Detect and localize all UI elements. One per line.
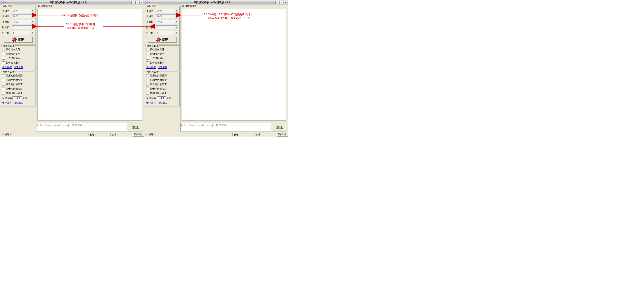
titlebar[interactable]: W ▾ 串口调试助手 （CM精装版 V3.8） — □ ✕ — [0, 0, 144, 5]
group-recv-panel: 串口数据接收 — [36, 6, 143, 122]
check-hex-send[interactable] — [2, 87, 5, 90]
reset-counter-button[interactable]: 复位计数 — [132, 132, 144, 137]
label-parity: 校验位 — [2, 20, 11, 23]
label-baud: 波特率 — [2, 15, 11, 18]
interval-label: 发送间隔 — [2, 96, 12, 100]
titlebar-menu-arrow[interactable]: ▾ — [149, 1, 151, 4]
check-file-source[interactable] — [2, 74, 5, 77]
combo-port[interactable]: COM8▼ — [156, 9, 178, 13]
chevron-down-icon: ▼ — [175, 9, 178, 13]
app-icon: W — [145, 1, 148, 4]
group-recv-settings: 接收区设置 接收转向文件... 自动换行显示 十六进制显示 暂停接收显示 保存数… — [1, 45, 36, 71]
label-baud: 波特率 — [146, 15, 155, 18]
send-button[interactable]: 发送 — [272, 123, 287, 131]
chevron-down-icon: ▼ — [31, 9, 34, 13]
group-legend: 接收区设置 — [2, 44, 15, 47]
minimize-button[interactable]: — — [132, 1, 135, 4]
link-file-load[interactable]: 文件载入 — [146, 101, 156, 105]
group-legend: 串口设置 — [2, 4, 13, 8]
check-auto-append[interactable] — [2, 79, 5, 81]
group-send-settings: 发送区设置 启用文件数据源... 自动发送附加位 发送完自动清空 按十六进制发送… — [145, 71, 180, 106]
group-legend: 串口设置 — [146, 4, 157, 8]
check-pause-recv[interactable] — [2, 61, 5, 64]
recv-textarea[interactable] — [38, 9, 142, 121]
recv-textarea[interactable] — [182, 9, 286, 121]
check-auto-clear[interactable] — [2, 83, 5, 86]
combo-stopbits[interactable]: 1▼ — [12, 31, 34, 35]
check-loop-send[interactable] — [146, 92, 149, 94]
link-clear-input[interactable]: 清除输入 — [14, 101, 23, 105]
label-parity: 校验位 — [146, 20, 155, 23]
label-databits: 数据位 — [2, 26, 11, 29]
status-ready: 就绪！ — [4, 133, 12, 136]
check-pause-recv[interactable] — [146, 61, 149, 64]
connection-indicator-icon — [13, 38, 16, 41]
group-send-settings: 发送区设置 启用文件数据源... 自动发送附加位 发送完自动清空 按十六进制发送… — [1, 71, 36, 106]
group-legend: 串口数据接收 — [38, 4, 53, 8]
group-legend: 接收区设置 — [146, 44, 159, 47]
status-recv: 接收：0 — [254, 133, 276, 136]
disconnect-button[interactable]: 断开 — [148, 37, 177, 43]
interval-unit: 毫秒 — [166, 96, 171, 100]
interval-input[interactable] — [12, 96, 22, 100]
send-button[interactable]: 发送 — [128, 123, 143, 131]
link-clear-input[interactable]: 清除输入 — [158, 101, 167, 105]
minimize-button[interactable]: — — [276, 1, 279, 4]
reset-counter-button[interactable]: 复位计数 — [276, 132, 288, 137]
group-legend: 发送区设置 — [146, 70, 159, 73]
check-hex-send[interactable] — [146, 87, 149, 90]
label-stopbits: 停止位 — [146, 31, 155, 34]
check-hex-display[interactable] — [146, 57, 149, 60]
disconnect-button[interactable]: 断开 — [4, 37, 33, 43]
check-auto-wrap[interactable] — [146, 53, 149, 55]
group-serial-settings: 串口设置 串口号 COM8▼ 波特率 9600▼ 校验位 NONE▼ 数据位 8… — [145, 6, 180, 45]
check-recv-to-file[interactable] — [146, 48, 149, 51]
chevron-down-icon: ▼ — [175, 14, 178, 18]
check-recv-to-file[interactable] — [2, 48, 5, 51]
label-port: 串口号 — [146, 9, 155, 12]
combo-baud[interactable]: 9600▼ — [156, 14, 178, 18]
combo-databits[interactable]: 8▼ — [12, 25, 34, 29]
check-auto-clear[interactable] — [146, 83, 149, 86]
statusbar: ☜就绪！ 发送：0 接收：0 复位计数 — [144, 132, 288, 137]
chevron-down-icon: ▼ — [31, 25, 34, 29]
group-recv-settings: 接收区设置 接收转向文件... 自动换行显示 十六进制显示 暂停接收显示 保存数… — [145, 45, 180, 71]
combo-stopbits[interactable]: 1▼ — [156, 31, 178, 35]
status-ready: 就绪！ — [149, 133, 156, 136]
link-save-data[interactable]: 保存数据 — [146, 66, 156, 69]
interval-label: 发送间隔 — [146, 96, 156, 100]
hand-icon: ☜ — [2, 133, 4, 136]
group-legend: 串口数据接收 — [182, 4, 197, 8]
link-save-data[interactable]: 保存数据 — [2, 66, 12, 69]
send-input[interactable]: http://www.cmsoft.cn QQ:10865600 — [180, 123, 271, 131]
check-auto-wrap[interactable] — [2, 53, 5, 55]
check-loop-send[interactable] — [2, 92, 5, 94]
window-title: 串口调试助手 （CM精装版 V3.8） — [151, 1, 276, 4]
maximize-button[interactable]: □ — [136, 1, 139, 4]
label-databits: 数据位 — [146, 26, 155, 29]
check-file-source[interactable] — [146, 74, 149, 77]
interval-input[interactable] — [156, 96, 166, 100]
titlebar-menu-arrow[interactable]: ▾ — [4, 1, 7, 4]
chevron-down-icon: ▼ — [175, 20, 178, 24]
link-clear-display[interactable]: 清除显示 — [14, 66, 23, 69]
titlebar[interactable]: W ▾ 串口调试助手 （CM精装版 V3.8） — □ ✕ — [144, 0, 288, 5]
combo-databits[interactable]: 8▼ — [156, 25, 178, 29]
send-input[interactable]: http://www.cmsoft.cn QQ:10865600 — [36, 123, 127, 131]
combo-parity[interactable]: NONE▼ — [156, 20, 178, 24]
group-legend: 发送区设置 — [2, 70, 15, 73]
close-button[interactable]: ✕ — [140, 1, 143, 4]
status-sent: 发送：0 — [88, 133, 110, 136]
chevron-down-icon: ▼ — [175, 25, 178, 29]
statusbar: ☜就绪！ 发送：0 接收：0 复位计数 — [0, 132, 144, 137]
combo-baud[interactable]: 9600▼ — [12, 14, 34, 18]
maximize-button[interactable]: □ — [280, 1, 283, 4]
check-auto-append[interactable] — [146, 79, 149, 81]
combo-port[interactable]: COM4▼ — [12, 9, 34, 13]
window-left: W ▾ 串口调试助手 （CM精装版 V3.8） — □ ✕ 串口设置 串口号 C… — [0, 0, 144, 137]
close-button[interactable]: ✕ — [284, 1, 287, 4]
check-hex-display[interactable] — [2, 57, 5, 60]
combo-parity[interactable]: NONE▼ — [12, 20, 34, 24]
link-file-load[interactable]: 文件载入 — [2, 101, 12, 105]
link-clear-display[interactable]: 清除显示 — [158, 66, 167, 69]
